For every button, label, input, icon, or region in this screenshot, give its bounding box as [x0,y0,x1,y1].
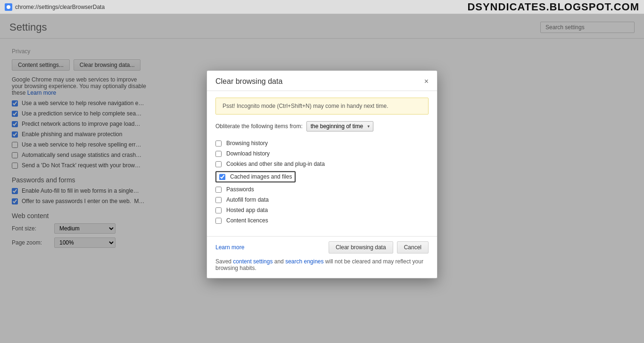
checkbox-passwords[interactable] [215,187,222,193]
checkbox-download-history[interactable] [215,151,222,157]
checkbox-cookies[interactable] [215,161,222,167]
dialog-header: Clear browsing data × [207,71,437,91]
cancel-button[interactable]: Cancel [397,241,429,253]
incognito-banner: Psst! Incognito mode (Ctrl+Shift+N) may … [215,98,429,114]
checkbox-row-hosted-app: Hosted app data [215,205,429,215]
obliterate-row: Obliterate the following items from: the… [215,121,429,131]
checkbox-content-licences[interactable] [215,218,222,224]
clear-data-button[interactable]: Clear browsing data [329,241,393,253]
label-cookies: Cookies and other site and plug-in data [226,161,325,167]
dialog-title: Clear browsing data [215,77,282,86]
time-range-wrapper: the past hour the past day the past week… [306,121,373,131]
dialog-close-button[interactable]: × [424,78,429,85]
label-autofill: Autofill form data [226,196,269,203]
search-engines-link[interactable]: search engines [285,258,323,265]
label-cached-images: Cached images and files [230,173,292,180]
time-range-select[interactable]: the past hour the past day the past week… [306,121,373,131]
chrome-icon [5,3,12,11]
checkbox-row-autofill: Autofill form data [215,195,429,205]
watermark: DSYNDICATES.BLOGSPOT.COM [467,1,639,13]
checkbox-row-browsing-history: Browsing history [215,138,429,148]
svg-point-0 [7,5,10,9]
label-content-licences: Content licences [226,217,268,224]
label-passwords: Passwords [226,186,254,193]
dialog-action-buttons: Clear browsing data Cancel [329,241,429,253]
cached-images-highlighted: Cached images and files [215,171,296,182]
dialog-saved-note: Saved content settings and search engine… [207,253,437,278]
label-browsing-history: Browsing history [226,140,268,147]
settings-page: Settings Privacy Content settings... Cle… [0,14,644,343]
checkbox-browsing-history[interactable] [215,140,222,147]
checkbox-list: Browsing history Download history Cookie… [215,138,429,226]
browser-bar: chrome://settings/clearBrowserData DSYND… [0,0,644,14]
checkbox-row-download-history: Download history [215,148,429,159]
checkbox-row-cached: Cached images and files [215,169,429,184]
label-download-history: Download history [226,150,270,157]
checkbox-row-content-licences: Content licences [215,215,429,226]
checkbox-row-passwords: Passwords [215,184,429,195]
label-hosted-app: Hosted app data [226,207,268,213]
content-settings-link[interactable]: content settings [233,258,272,265]
checkbox-autofill-form[interactable] [215,197,222,203]
checkbox-hosted-app[interactable] [215,207,222,213]
url-bar[interactable]: chrome://settings/clearBrowserData [15,4,105,10]
learn-more-link[interactable]: Learn more [215,244,244,251]
dialog-body: Psst! Incognito mode (Ctrl+Shift+N) may … [207,91,437,236]
obliterate-label: Obliterate the following items from: [215,123,303,130]
checkbox-row-cookies: Cookies and other site and plug-in data [215,159,429,169]
checkbox-cached-images[interactable] [219,174,225,180]
dialog-footer: Learn more Clear browsing data Cancel [207,236,437,253]
clear-browsing-data-dialog: Clear browsing data × Psst! Incognito mo… [206,70,438,278]
